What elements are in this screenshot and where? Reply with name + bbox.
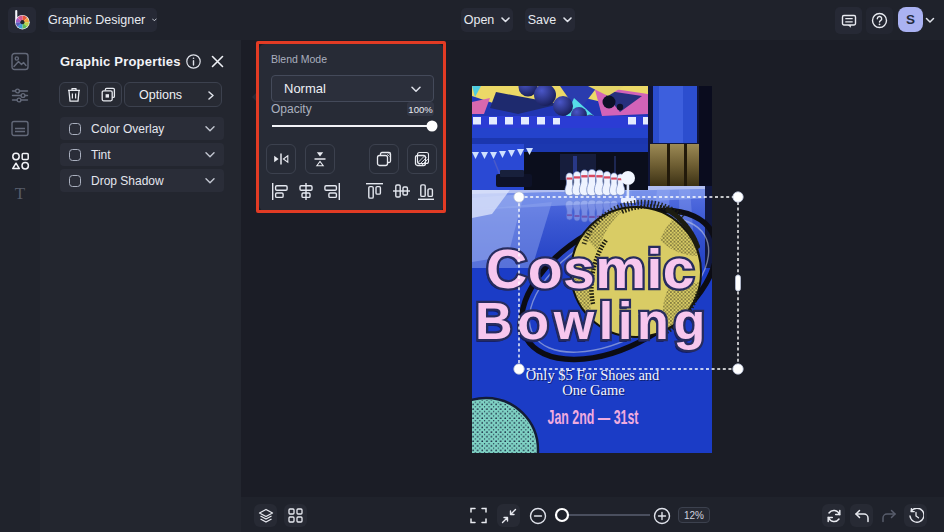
svg-text:One Game: One Game: [562, 382, 624, 398]
svg-text:T: T: [15, 184, 26, 202]
svg-text:Jan 2nd — 31st: Jan 2nd — 31st: [548, 406, 639, 429]
